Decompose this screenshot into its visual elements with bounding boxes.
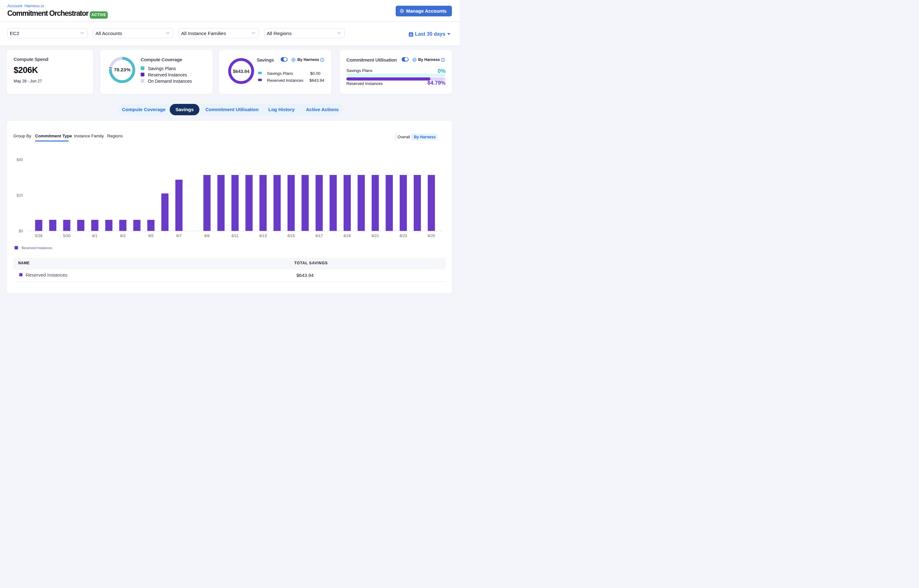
svg-text:$40: $40 [17, 158, 23, 162]
svg-text:6/13: 6/13 [259, 234, 267, 238]
svg-text:6/23: 6/23 [399, 234, 407, 238]
svg-text:6/7: 6/7 [176, 234, 182, 238]
svg-text:$0: $0 [19, 229, 23, 233]
svg-text:6/3: 6/3 [120, 234, 125, 238]
svg-text:6/9: 6/9 [204, 234, 210, 238]
svg-text:5/28: 5/28 [35, 234, 43, 238]
svg-text:6/17: 6/17 [315, 234, 323, 238]
svg-text:5/30: 5/30 [63, 234, 71, 238]
svg-text:6/5: 6/5 [148, 234, 154, 238]
svg-text:6/1: 6/1 [92, 234, 98, 238]
svg-text:$20: $20 [17, 193, 23, 198]
svg-text:6/19: 6/19 [344, 234, 351, 238]
svg-text:6/25: 6/25 [428, 234, 435, 238]
svg-text:6/15: 6/15 [288, 234, 295, 238]
svg-text:6/21: 6/21 [372, 234, 379, 238]
svg-text:6/11: 6/11 [231, 234, 238, 238]
